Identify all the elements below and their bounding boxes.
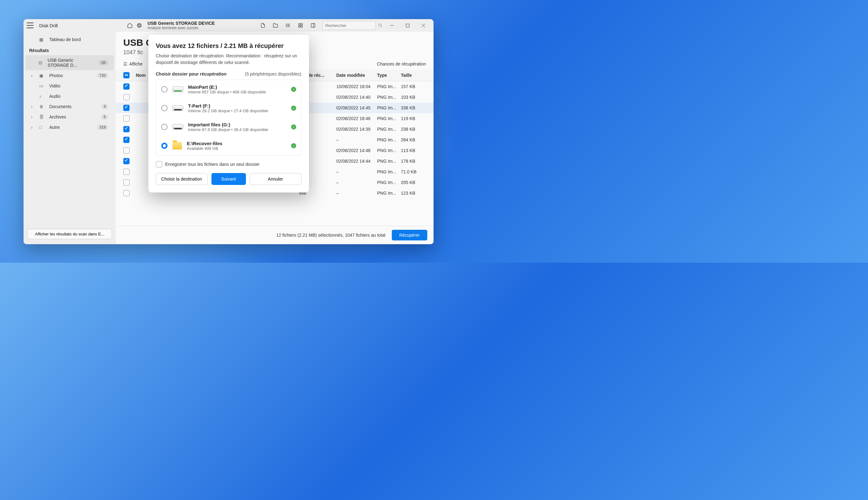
modal-title: Vous avez 12 fichiers / 2.21 MB à récupé… — [156, 42, 301, 49]
destination-name: Important files (G:) — [188, 122, 286, 127]
destination-detail: Available 408 GB — [187, 146, 286, 151]
modal-overlay: Vous avez 12 fichiers / 2.21 MB à récupé… — [23, 19, 434, 244]
modal-description: Choisir destination de récupération. Rec… — [156, 53, 301, 66]
recovery-modal: Vous avez 12 fichiers / 2.21 MB à récupé… — [148, 35, 309, 192]
drive-icon — [173, 124, 183, 130]
folder-icon — [173, 142, 182, 149]
status-ok-icon: ✓ — [291, 87, 296, 92]
destination-detail: Interne 857 GB disque • 408 GB disponibl… — [188, 90, 286, 94]
status-ok-icon: ✓ — [291, 143, 296, 148]
save-single-folder-option[interactable]: Enregistrer tous les fichiers dans un se… — [156, 161, 301, 167]
app-window: Disk Drill USB Generic STORAGE DEVICE An… — [23, 19, 434, 244]
destination-item[interactable]: MainPart (E:) Interne 857 GB disque • 40… — [156, 80, 301, 99]
destination-radio[interactable] — [161, 124, 167, 130]
destination-list[interactable]: MainPart (E:) Interne 857 GB disque • 40… — [156, 80, 301, 156]
destination-name: E:\Recover-files — [187, 141, 286, 146]
drive-icon — [173, 105, 183, 111]
destination-radio[interactable] — [161, 143, 167, 149]
destination-item[interactable]: Important files (G:) Interne 97.6 GB dis… — [156, 117, 301, 136]
devices-count: (5 périphériques disponibles) — [245, 71, 301, 77]
destination-item[interactable]: T-Part (F:) Interne 29.2 GB disque • 27.… — [156, 99, 301, 117]
cancel-button[interactable]: Annuler — [250, 173, 301, 185]
status-ok-icon: ✓ — [291, 124, 296, 129]
choose-folder-label: Choisir dossier pour récupération — [156, 71, 227, 77]
status-ok-icon: ✓ — [291, 106, 296, 111]
drive-icon — [173, 87, 183, 92]
destination-radio[interactable] — [161, 86, 167, 92]
next-button[interactable]: Suivant — [211, 173, 246, 185]
save-single-folder-checkbox[interactable] — [156, 161, 162, 167]
destination-radio[interactable] — [161, 105, 167, 111]
destination-name: MainPart (E:) — [188, 84, 286, 90]
destination-item[interactable]: E:\Recover-files Available 408 GB ✓ — [156, 136, 301, 155]
destination-name: T-Part (F:) — [188, 103, 286, 109]
choose-destination-button[interactable]: Choisir la destination — [156, 173, 208, 185]
destination-detail: Interne 97.6 GB disque • 38.4 GB disponi… — [188, 127, 286, 132]
destination-detail: Interne 29.2 GB disque • 27.4 GB disponi… — [188, 109, 286, 113]
